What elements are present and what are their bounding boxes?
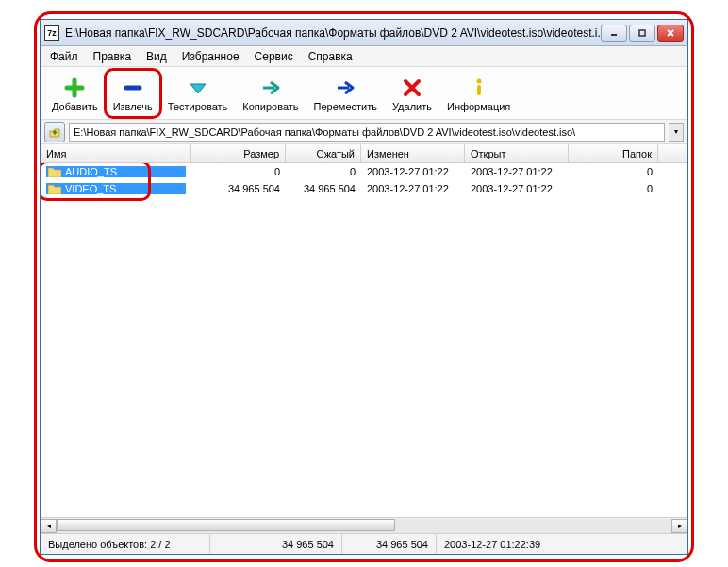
info-icon bbox=[466, 75, 492, 101]
scroll-left-button[interactable]: ◂ bbox=[41, 519, 57, 533]
row-modified: 2003-12-27 01:22 bbox=[361, 166, 465, 177]
svg-point-5 bbox=[476, 78, 481, 83]
minimize-button[interactable] bbox=[601, 25, 627, 42]
menu-edit[interactable]: Правка bbox=[86, 48, 140, 65]
minimize-icon bbox=[609, 28, 619, 38]
move-button[interactable]: Переместить bbox=[306, 69, 385, 118]
test-label: Тестировать bbox=[168, 101, 228, 112]
add-button[interactable]: Добавить bbox=[44, 69, 106, 118]
folder-icon bbox=[48, 166, 61, 177]
move-label: Переместить bbox=[314, 101, 377, 112]
col-modified[interactable]: Изменен bbox=[361, 144, 465, 162]
delete-button[interactable]: Удалить bbox=[385, 69, 439, 118]
close-icon bbox=[666, 28, 675, 38]
copy-button[interactable]: Копировать bbox=[235, 69, 306, 118]
col-name[interactable]: Имя bbox=[41, 144, 191, 162]
table-row[interactable]: AUDIO_TS 0 0 2003-12-27 01:22 2003-12-27… bbox=[41, 163, 687, 180]
up-button[interactable] bbox=[44, 122, 65, 142]
menu-tools[interactable]: Сервис bbox=[247, 48, 301, 65]
close-button[interactable] bbox=[657, 25, 684, 42]
svg-rect-1 bbox=[639, 30, 645, 36]
add-label: Добавить bbox=[52, 101, 98, 112]
menu-help[interactable]: Справка bbox=[301, 48, 360, 65]
copy-label: Копировать bbox=[242, 101, 298, 112]
title-bar: 7z E:\Новая папка\FIX_RW_SDCARD\Рабочая … bbox=[41, 20, 687, 46]
up-folder-icon bbox=[48, 125, 61, 139]
triangle-right-icon: ▸ bbox=[678, 522, 682, 530]
status-bar: Выделено объектов: 2 / 2 34 965 504 34 9… bbox=[41, 533, 687, 554]
test-button[interactable]: Тестировать bbox=[160, 69, 236, 118]
row-opened: 2003-12-27 01:22 bbox=[465, 183, 569, 194]
col-folders[interactable]: Папок bbox=[569, 144, 658, 162]
col-packed[interactable]: Сжатый bbox=[286, 144, 361, 162]
row-packed: 0 bbox=[286, 166, 361, 177]
column-headers: Имя Размер Сжатый Изменен Открыт Папок bbox=[41, 144, 687, 163]
row-name: AUDIO_TS bbox=[65, 166, 117, 177]
row-modified: 2003-12-27 01:22 bbox=[361, 183, 465, 194]
maximize-icon bbox=[637, 28, 647, 38]
extract-button[interactable]: Извлечь bbox=[106, 69, 160, 118]
toolbar: Добавить Извлечь Тестировать Копировать bbox=[41, 67, 687, 120]
arrow-move-icon bbox=[332, 75, 358, 101]
col-opened[interactable]: Открыт bbox=[465, 144, 569, 162]
row-size: 34 965 504 bbox=[191, 183, 286, 194]
path-bar: ▾ bbox=[41, 120, 687, 144]
triangle-left-icon: ◂ bbox=[47, 522, 51, 530]
row-packed: 34 965 504 bbox=[286, 183, 361, 194]
window-title: E:\Новая папка\FIX_RW_SDCARD\Рабочая пап… bbox=[65, 26, 601, 40]
menu-favorites[interactable]: Избранное bbox=[174, 48, 247, 65]
path-input[interactable] bbox=[69, 123, 665, 142]
col-size[interactable]: Размер bbox=[191, 144, 286, 162]
extract-label: Извлечь bbox=[113, 101, 153, 112]
chevron-down-icon: ▾ bbox=[674, 127, 678, 136]
file-rows: AUDIO_TS 0 0 2003-12-27 01:22 2003-12-27… bbox=[41, 163, 687, 517]
file-list: Имя Размер Сжатый Изменен Открыт Папок A… bbox=[41, 144, 687, 533]
svg-rect-6 bbox=[477, 85, 481, 95]
horizontal-scrollbar[interactable]: ◂ ▸ bbox=[41, 517, 687, 533]
table-row[interactable]: VIDEO_TS 34 965 504 34 965 504 2003-12-2… bbox=[41, 180, 687, 197]
delete-label: Удалить bbox=[392, 101, 432, 112]
row-size: 0 bbox=[191, 166, 286, 177]
scroll-track[interactable] bbox=[57, 519, 671, 533]
status-size: 34 965 504 bbox=[210, 534, 342, 554]
app-icon: 7z bbox=[44, 25, 59, 41]
path-dropdown-button[interactable]: ▾ bbox=[669, 123, 684, 142]
scroll-right-button[interactable]: ▸ bbox=[671, 519, 687, 533]
menu-view[interactable]: Вид bbox=[139, 48, 174, 65]
row-folders: 0 bbox=[569, 183, 658, 194]
menu-file[interactable]: Файл bbox=[42, 48, 86, 65]
row-name: VIDEO_TS bbox=[65, 183, 116, 194]
info-label: Информация bbox=[447, 101, 510, 112]
row-folders: 0 bbox=[569, 166, 658, 177]
status-packed: 34 965 504 bbox=[342, 534, 437, 554]
maximize-button[interactable] bbox=[629, 25, 655, 42]
x-icon bbox=[399, 75, 425, 101]
status-datetime: 2003-12-27 01:22:39 bbox=[437, 534, 687, 554]
window-controls bbox=[601, 25, 684, 42]
plus-icon bbox=[61, 75, 88, 101]
minus-icon bbox=[120, 75, 146, 101]
info-button[interactable]: Информация bbox=[439, 69, 518, 118]
status-selected: Выделено объектов: 2 / 2 bbox=[41, 534, 210, 554]
row-opened: 2003-12-27 01:22 bbox=[465, 166, 569, 177]
menu-bar: Файл Правка Вид Избранное Сервис Справка bbox=[41, 46, 687, 67]
check-icon bbox=[185, 75, 211, 101]
folder-icon bbox=[48, 183, 61, 194]
scroll-thumb[interactable] bbox=[57, 519, 395, 531]
main-window: 7z E:\Новая папка\FIX_RW_SDCARD\Рабочая … bbox=[40, 19, 688, 555]
arrow-copy-icon bbox=[257, 75, 284, 101]
